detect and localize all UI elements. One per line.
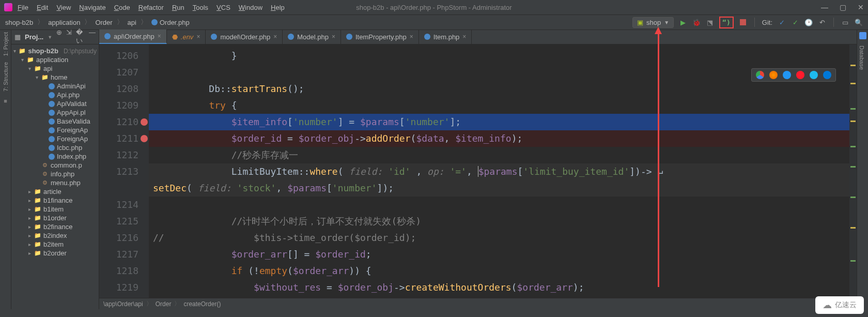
tree-b2order[interactable]: ▸📁 b2order <box>11 249 99 258</box>
listen-debug-icon[interactable]: “) <box>719 17 734 28</box>
line-number[interactable] <box>99 180 149 197</box>
close-icon[interactable]: ✕ <box>858 3 864 11</box>
close-icon[interactable]: × <box>196 33 200 40</box>
code-line[interactable]: Db::startTrans(); <box>149 81 857 97</box>
close-icon[interactable]: × <box>410 33 413 40</box>
project-tree[interactable]: ▾📁shop-b2bD:\phpstudy▾📁 application▾📁 ap… <box>11 44 99 309</box>
run-icon[interactable]: ▶ <box>679 18 687 26</box>
line-number[interactable]: 1219 <box>99 279 149 296</box>
menu-navigate[interactable]: Navigate <box>79 4 105 11</box>
tree-menu.php[interactable]: ⚙ menu.php <box>11 178 99 187</box>
line-number[interactable]: 1213 <box>99 163 149 180</box>
tree-index.php[interactable]: Index.php <box>11 152 99 161</box>
line-number[interactable]: 1218 <box>99 263 149 279</box>
gutter[interactable]: 12061207120812091210121112121213 1214121… <box>99 44 149 298</box>
tree-common.p[interactable]: ⚙ common.p <box>11 161 99 170</box>
menu-vcs[interactable]: VCS <box>216 4 230 11</box>
line-number[interactable]: 1216 <box>99 230 149 246</box>
tree-foreignap[interactable]: ForeignAp <box>11 134 99 143</box>
database-icon[interactable] <box>859 32 866 39</box>
line-number[interactable]: 1208 <box>99 81 149 97</box>
close-icon[interactable]: × <box>462 33 466 40</box>
tool-database[interactable]: Database <box>859 41 865 70</box>
line-number[interactable]: 1206 <box>99 48 149 64</box>
crumb-api[interactable]: api <box>128 19 136 26</box>
bcrumb-0[interactable]: \app\Order\api <box>103 300 143 308</box>
menu-help[interactable]: Help <box>271 4 285 11</box>
tab-item-php[interactable]: Item.php× <box>419 29 472 44</box>
line-number[interactable]: 1211 <box>99 130 149 147</box>
tree-basevalida[interactable]: BaseValida <box>11 117 99 126</box>
code-line[interactable]: // $this->time_order($order_id); <box>149 230 857 246</box>
tree-b2item[interactable]: ▸📁 b2item <box>11 240 99 249</box>
menu-code[interactable]: Code <box>114 4 130 11</box>
code-line[interactable]: LimitBuyItem::where( field: 'id' , op: '… <box>149 163 857 180</box>
chevron-down-icon[interactable]: ▼ <box>48 35 52 40</box>
crumb-application[interactable]: application <box>48 19 80 26</box>
line-number[interactable]: 1209 <box>99 97 149 114</box>
menu-window[interactable]: Window <box>239 4 262 11</box>
menu-edit[interactable]: Edit <box>37 4 48 11</box>
safari-icon[interactable] <box>783 71 791 79</box>
tab-api-order-php[interactable]: api\Order.php× <box>99 29 167 44</box>
line-number[interactable]: 1217 <box>99 246 149 263</box>
tree-info.php[interactable]: ⚙ info.php <box>11 170 99 178</box>
menu-refactor[interactable]: Refactor <box>138 4 164 11</box>
crumb-order.php[interactable]: Order.php <box>151 19 190 26</box>
tree-b1order[interactable]: ▸📁 b1order <box>11 214 99 222</box>
code-line[interactable]: $order_id = $order_obj->addOrder($data, … <box>149 130 857 147</box>
line-number[interactable]: 1212 <box>99 147 149 163</box>
code-line[interactable]: $item_info['number'] = $params['number']… <box>149 114 857 130</box>
code-line[interactable]: $order_arr[] = $order_id; <box>149 246 857 263</box>
menu-file[interactable]: File <box>18 4 28 11</box>
minimap[interactable] <box>849 44 857 298</box>
firefox-icon[interactable] <box>769 71 778 79</box>
git-update-icon[interactable]: ✓ <box>778 18 786 26</box>
tree-application[interactable]: ▾📁 application <box>11 55 99 64</box>
run-config-selector[interactable]: ▣ shop ▼ <box>632 17 674 28</box>
code-line[interactable]: try { <box>149 97 857 114</box>
tab-itemproperty-php[interactable]: ItemProperty.php× <box>341 29 419 44</box>
stop-icon[interactable] <box>739 18 747 26</box>
gear-icon[interactable]: �い <box>76 28 85 46</box>
code-line[interactable]: $without_res = $order_obj->createWithout… <box>149 279 857 296</box>
line-number[interactable]: 1210 <box>99 114 149 130</box>
opera-icon[interactable] <box>796 71 804 79</box>
tree-foreignap[interactable]: ForeignAp <box>11 126 99 134</box>
tree-api.php[interactable]: Api.php <box>11 90 99 99</box>
bcrumb-1[interactable]: Order <box>156 300 172 308</box>
tree-b2finance[interactable]: ▸📁 b2finance <box>11 222 99 231</box>
tree-article[interactable]: ▸📁 article <box>11 187 99 196</box>
crumb-shop-b2b[interactable]: shop-b2b <box>5 19 33 26</box>
menu-view[interactable]: View <box>56 4 71 11</box>
code-line[interactable] <box>149 197 857 213</box>
bcrumb-2[interactable]: createOrder() <box>183 300 221 308</box>
bookmarks-icon[interactable]: ■ <box>4 98 7 104</box>
code-area[interactable]: } Db::startTrans(); try { $item_info['nu… <box>149 44 857 298</box>
layout-icon[interactable]: ▭ <box>841 18 849 26</box>
chrome-icon[interactable] <box>756 71 764 79</box>
coverage-icon[interactable]: ⬔ <box>706 18 714 26</box>
edge-icon[interactable] <box>823 71 831 79</box>
tab-model-php[interactable]: Model.php× <box>283 29 341 44</box>
tool-structure[interactable]: 7: Structure <box>3 62 9 92</box>
tree-root[interactable]: ▾📁shop-b2bD:\phpstudy <box>11 47 99 55</box>
ie-icon[interactable] <box>810 71 818 79</box>
tab-model-order-php[interactable]: model\Order.php× <box>206 29 283 44</box>
tree-adminapi[interactable]: AdminApi <box>11 82 99 90</box>
minimize-icon[interactable]: — <box>821 3 828 11</box>
hide-icon[interactable]: — <box>89 28 96 46</box>
tree-appapi.pl[interactable]: AppApi.pl <box>11 108 99 117</box>
expand-icon[interactable]: ⇲ <box>66 28 72 46</box>
breakpoint-icon[interactable] <box>141 118 148 126</box>
tree-b1item[interactable]: ▸📁 b1item <box>11 205 99 214</box>
code-line[interactable]: //秒杀库存减一 <box>149 147 857 163</box>
tree-icbc.php[interactable]: Icbc.php <box>11 143 99 152</box>
tool-project[interactable]: 1: Project <box>3 32 9 56</box>
tree-api[interactable]: ▾📁 api <box>11 64 99 73</box>
tree-b1finance[interactable]: ▸📁 b1finance <box>11 196 99 205</box>
line-number[interactable]: 1207 <box>99 64 149 81</box>
maximize-icon[interactable]: ▢ <box>840 3 846 11</box>
git-history-icon[interactable]: 🕑 <box>804 18 813 26</box>
editor-breadcrumb[interactable]: \app\Order\api〉Order〉createOrder() <box>99 298 857 309</box>
